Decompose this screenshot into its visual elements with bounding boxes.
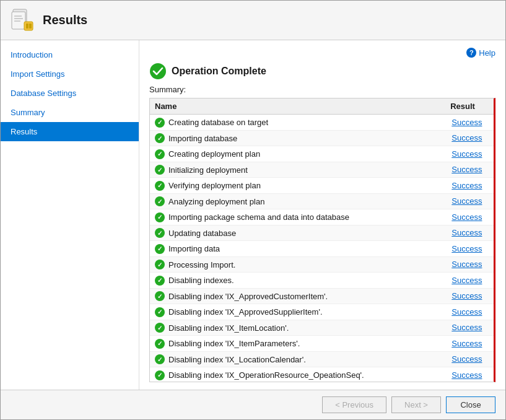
row-name-cell: ✓Disabling index 'IX_ItemParameters'. (150, 336, 440, 352)
success-link[interactable]: Success (451, 354, 482, 364)
row-result-cell: Success (440, 336, 494, 352)
success-link[interactable]: Success (451, 244, 482, 253)
success-link[interactable]: Success (451, 307, 482, 317)
row-result-cell: Success (440, 225, 494, 241)
success-link[interactable]: Success (451, 181, 482, 190)
row-success-icon: ✓ (155, 276, 165, 286)
row-success-icon: ✓ (155, 118, 165, 128)
previous-button[interactable]: < Previous (322, 396, 386, 413)
svg-rect-2 (14, 15, 22, 17)
help-icon: ? (466, 48, 476, 58)
footer: < Previous Next > Close (1, 390, 505, 419)
name-column-header: Name (150, 98, 432, 115)
table-row: ✓Disabling index 'IX_OperationResource_O… (150, 367, 494, 382)
sidebar-item-introduction[interactable]: Introduction (1, 45, 139, 64)
row-success-icon: ✓ (155, 323, 165, 333)
row-result-cell: Success (440, 288, 494, 304)
table-row: ✓Disabling index 'IX_ApprovedCustomerIte… (150, 288, 494, 304)
row-name-cell: ✓Importing database (150, 130, 440, 146)
results-table: Name Result (150, 98, 494, 115)
row-name-cell: ✓Disabling indexes. (150, 273, 440, 289)
success-link[interactable]: Success (451, 196, 482, 206)
success-link[interactable]: Success (451, 165, 482, 174)
results-table-container: Name Result ✓Creating database on target… (149, 98, 495, 382)
sidebar-item-import-settings[interactable]: Import Settings (1, 64, 139, 84)
row-name-cell: ✓Disabling index 'IX_ItemLocation'. (150, 320, 440, 336)
success-link[interactable]: Success (451, 149, 482, 159)
row-success-icon: ✓ (155, 165, 165, 175)
row-name-cell: ✓Verifying deployment plan (150, 178, 440, 194)
success-link[interactable]: Success (451, 339, 482, 348)
row-result-cell: Success (440, 130, 494, 146)
table-row: ✓Analyzing deployment planSuccess (150, 193, 494, 209)
row-result-cell: Success (440, 241, 494, 257)
row-name-cell: ✓Disabling index 'IX_ApprovedSupplierIte… (150, 304, 440, 320)
row-result-cell: Success (440, 162, 494, 178)
success-link[interactable]: Success (451, 291, 482, 300)
success-link[interactable]: Success (451, 212, 482, 222)
svg-rect-7 (29, 24, 32, 28)
main-window: Results Introduction Import Settings Dat… (0, 0, 506, 420)
sidebar: Introduction Import Settings Database Se… (1, 40, 139, 390)
row-name-cell: ✓Disabling index 'IX_OperationResource_O… (150, 367, 440, 382)
next-button[interactable]: Next > (391, 396, 441, 413)
row-name-cell: ✓Disabling index 'IX_LocationCalendar'. (150, 351, 440, 367)
operation-complete-icon (149, 63, 167, 80)
sidebar-item-database-settings[interactable]: Database Settings (1, 84, 139, 103)
help-link[interactable]: ? Help (149, 48, 495, 58)
row-result-cell: Success (440, 256, 494, 273)
row-name-cell: ✓Updating database (150, 225, 440, 241)
svg-point-8 (150, 63, 166, 79)
success-link[interactable]: Success (451, 228, 482, 237)
row-result-cell: Success (440, 193, 494, 209)
success-link[interactable]: Success (451, 118, 482, 127)
success-link[interactable]: Success (451, 260, 482, 269)
result-column-header: Result (432, 98, 494, 115)
table-row: ✓Disabling index 'IX_ItemParameters'.Suc… (150, 336, 494, 352)
table-row: ✓Processing Import.Success (150, 256, 494, 273)
table-row: ✓Disabling index 'IX_ItemLocation'.Succe… (150, 320, 494, 336)
success-link[interactable]: Success (451, 133, 482, 142)
row-name-cell: ✓Disabling index 'IX_ApprovedCustomerIte… (150, 288, 440, 304)
row-name-cell: ✓Analyzing deployment plan (150, 193, 440, 209)
row-success-icon: ✓ (155, 339, 165, 349)
sidebar-item-results[interactable]: Results (1, 122, 139, 141)
summary-label: Summary: (149, 85, 495, 94)
success-link[interactable]: Success (451, 276, 482, 285)
main-area: Introduction Import Settings Database Se… (1, 40, 505, 390)
row-name-cell: ✓Creating database on target (150, 115, 440, 130)
table-row: ✓Importing package schema and data into … (150, 209, 494, 225)
sidebar-item-summary[interactable]: Summary (1, 103, 139, 122)
row-success-icon: ✓ (155, 212, 165, 222)
row-name-cell: ✓Initializing deployment (150, 162, 440, 178)
operation-header: Operation Complete (149, 63, 495, 80)
row-name-cell: ✓Creating deployment plan (150, 146, 440, 162)
row-result-cell: Success (440, 115, 494, 130)
table-row: ✓Disabling index 'IX_LocationCalendar'.S… (150, 351, 494, 367)
svg-rect-3 (14, 18, 23, 19)
success-link[interactable]: Success (451, 323, 482, 332)
table-scroll-area[interactable]: ✓Creating database on targetSuccess✓Impo… (150, 115, 494, 382)
content-area: ? Help Operation Complete Summary: Name (139, 40, 505, 390)
row-result-cell: Success (440, 367, 494, 382)
svg-rect-6 (26, 24, 28, 28)
operation-status: Operation Complete (172, 66, 266, 77)
row-success-icon: ✓ (155, 370, 165, 380)
results-data-table: ✓Creating database on targetSuccess✓Impo… (150, 115, 494, 382)
row-name-cell: ✓Importing data (150, 241, 440, 257)
page-title: Results (43, 13, 87, 27)
success-link[interactable]: Success (451, 370, 482, 380)
row-success-icon: ✓ (155, 133, 165, 143)
close-button[interactable]: Close (446, 396, 495, 413)
table-row: ✓Disabling index 'IX_ApprovedSupplierIte… (150, 304, 494, 320)
row-result-cell: Success (440, 304, 494, 320)
table-row: ✓Disabling indexes.Success (150, 273, 494, 289)
table-row: ✓Creating deployment planSuccess (150, 146, 494, 162)
table-row: ✓Updating databaseSuccess (150, 225, 494, 241)
results-icon (11, 8, 35, 33)
table-row: ✓Initializing deploymentSuccess (150, 162, 494, 178)
row-result-cell: Success (440, 209, 494, 225)
table-row: ✓Importing dataSuccess (150, 241, 494, 257)
row-success-icon: ✓ (155, 307, 165, 317)
row-success-icon: ✓ (155, 354, 165, 364)
